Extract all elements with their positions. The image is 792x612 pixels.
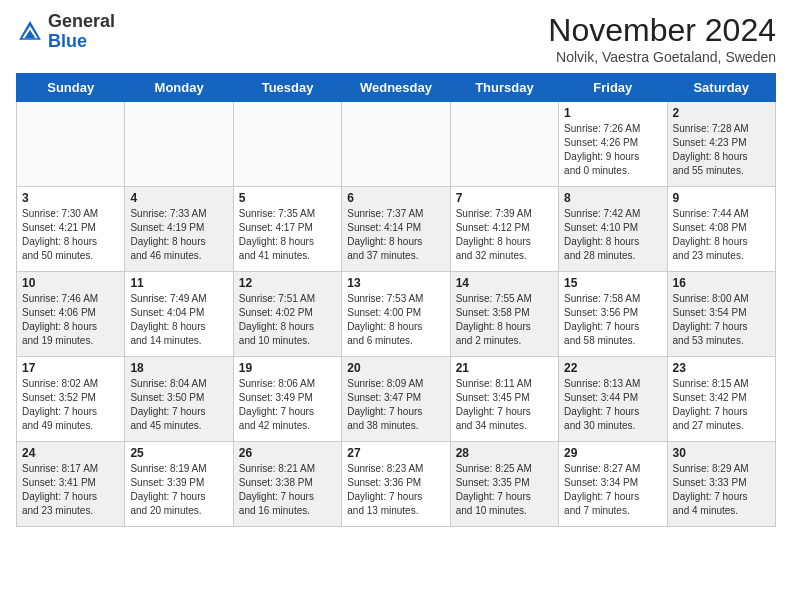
- day-number: 14: [456, 276, 553, 290]
- day-number: 26: [239, 446, 336, 460]
- logo: General Blue: [16, 12, 115, 52]
- calendar-cell: 18Sunrise: 8:04 AM Sunset: 3:50 PM Dayli…: [125, 357, 233, 442]
- location: Nolvik, Vaestra Goetaland, Sweden: [548, 49, 776, 65]
- calendar-cell: 6Sunrise: 7:37 AM Sunset: 4:14 PM Daylig…: [342, 187, 450, 272]
- day-info: Sunrise: 7:51 AM Sunset: 4:02 PM Dayligh…: [239, 292, 336, 348]
- day-number: 28: [456, 446, 553, 460]
- day-number: 10: [22, 276, 119, 290]
- day-info: Sunrise: 7:42 AM Sunset: 4:10 PM Dayligh…: [564, 207, 661, 263]
- day-info: Sunrise: 7:55 AM Sunset: 3:58 PM Dayligh…: [456, 292, 553, 348]
- calendar-cell: 14Sunrise: 7:55 AM Sunset: 3:58 PM Dayli…: [450, 272, 558, 357]
- calendar-cell: 25Sunrise: 8:19 AM Sunset: 3:39 PM Dayli…: [125, 442, 233, 527]
- page: General Blue November 2024 Nolvik, Vaest…: [0, 0, 792, 612]
- calendar-header-wednesday: Wednesday: [342, 74, 450, 102]
- day-number: 20: [347, 361, 444, 375]
- calendar-cell: 30Sunrise: 8:29 AM Sunset: 3:33 PM Dayli…: [667, 442, 775, 527]
- day-number: 15: [564, 276, 661, 290]
- day-info: Sunrise: 7:33 AM Sunset: 4:19 PM Dayligh…: [130, 207, 227, 263]
- calendar-header-thursday: Thursday: [450, 74, 558, 102]
- calendar-header-monday: Monday: [125, 74, 233, 102]
- day-info: Sunrise: 8:00 AM Sunset: 3:54 PM Dayligh…: [673, 292, 770, 348]
- title-block: November 2024 Nolvik, Vaestra Goetaland,…: [548, 12, 776, 65]
- day-info: Sunrise: 8:02 AM Sunset: 3:52 PM Dayligh…: [22, 377, 119, 433]
- logo-text: General Blue: [48, 12, 115, 52]
- day-number: 2: [673, 106, 770, 120]
- day-number: 30: [673, 446, 770, 460]
- calendar-cell: 17Sunrise: 8:02 AM Sunset: 3:52 PM Dayli…: [17, 357, 125, 442]
- calendar-week-0: 1Sunrise: 7:26 AM Sunset: 4:26 PM Daylig…: [17, 102, 776, 187]
- calendar-cell: 1Sunrise: 7:26 AM Sunset: 4:26 PM Daylig…: [559, 102, 667, 187]
- calendar-cell: 24Sunrise: 8:17 AM Sunset: 3:41 PM Dayli…: [17, 442, 125, 527]
- calendar-cell: 11Sunrise: 7:49 AM Sunset: 4:04 PM Dayli…: [125, 272, 233, 357]
- calendar-header-tuesday: Tuesday: [233, 74, 341, 102]
- calendar-cell: 20Sunrise: 8:09 AM Sunset: 3:47 PM Dayli…: [342, 357, 450, 442]
- day-info: Sunrise: 7:46 AM Sunset: 4:06 PM Dayligh…: [22, 292, 119, 348]
- day-number: 22: [564, 361, 661, 375]
- day-info: Sunrise: 8:29 AM Sunset: 3:33 PM Dayligh…: [673, 462, 770, 518]
- header-row: General Blue November 2024 Nolvik, Vaest…: [16, 12, 776, 65]
- day-number: 17: [22, 361, 119, 375]
- day-number: 13: [347, 276, 444, 290]
- calendar-week-1: 3Sunrise: 7:30 AM Sunset: 4:21 PM Daylig…: [17, 187, 776, 272]
- day-number: 27: [347, 446, 444, 460]
- day-info: Sunrise: 7:39 AM Sunset: 4:12 PM Dayligh…: [456, 207, 553, 263]
- day-number: 24: [22, 446, 119, 460]
- calendar-cell: 9Sunrise: 7:44 AM Sunset: 4:08 PM Daylig…: [667, 187, 775, 272]
- calendar-cell: 21Sunrise: 8:11 AM Sunset: 3:45 PM Dayli…: [450, 357, 558, 442]
- day-number: 25: [130, 446, 227, 460]
- day-number: 6: [347, 191, 444, 205]
- calendar-cell: 16Sunrise: 8:00 AM Sunset: 3:54 PM Dayli…: [667, 272, 775, 357]
- calendar-cell: [233, 102, 341, 187]
- logo-general: General: [48, 11, 115, 31]
- calendar-cell: 27Sunrise: 8:23 AM Sunset: 3:36 PM Dayli…: [342, 442, 450, 527]
- day-info: Sunrise: 7:26 AM Sunset: 4:26 PM Dayligh…: [564, 122, 661, 178]
- day-info: Sunrise: 8:06 AM Sunset: 3:49 PM Dayligh…: [239, 377, 336, 433]
- day-info: Sunrise: 7:44 AM Sunset: 4:08 PM Dayligh…: [673, 207, 770, 263]
- calendar-cell: 29Sunrise: 8:27 AM Sunset: 3:34 PM Dayli…: [559, 442, 667, 527]
- day-number: 5: [239, 191, 336, 205]
- calendar-header-friday: Friday: [559, 74, 667, 102]
- day-number: 29: [564, 446, 661, 460]
- day-info: Sunrise: 8:27 AM Sunset: 3:34 PM Dayligh…: [564, 462, 661, 518]
- day-number: 16: [673, 276, 770, 290]
- calendar-week-4: 24Sunrise: 8:17 AM Sunset: 3:41 PM Dayli…: [17, 442, 776, 527]
- day-info: Sunrise: 7:37 AM Sunset: 4:14 PM Dayligh…: [347, 207, 444, 263]
- calendar: SundayMondayTuesdayWednesdayThursdayFrid…: [16, 73, 776, 527]
- day-info: Sunrise: 8:19 AM Sunset: 3:39 PM Dayligh…: [130, 462, 227, 518]
- calendar-cell: 22Sunrise: 8:13 AM Sunset: 3:44 PM Dayli…: [559, 357, 667, 442]
- day-info: Sunrise: 8:15 AM Sunset: 3:42 PM Dayligh…: [673, 377, 770, 433]
- calendar-cell: [342, 102, 450, 187]
- calendar-cell: 10Sunrise: 7:46 AM Sunset: 4:06 PM Dayli…: [17, 272, 125, 357]
- day-number: 3: [22, 191, 119, 205]
- day-info: Sunrise: 7:28 AM Sunset: 4:23 PM Dayligh…: [673, 122, 770, 178]
- calendar-week-3: 17Sunrise: 8:02 AM Sunset: 3:52 PM Dayli…: [17, 357, 776, 442]
- calendar-cell: 15Sunrise: 7:58 AM Sunset: 3:56 PM Dayli…: [559, 272, 667, 357]
- day-info: Sunrise: 8:21 AM Sunset: 3:38 PM Dayligh…: [239, 462, 336, 518]
- day-number: 19: [239, 361, 336, 375]
- day-number: 23: [673, 361, 770, 375]
- calendar-cell: [17, 102, 125, 187]
- day-number: 11: [130, 276, 227, 290]
- day-number: 9: [673, 191, 770, 205]
- calendar-cell: 23Sunrise: 8:15 AM Sunset: 3:42 PM Dayli…: [667, 357, 775, 442]
- calendar-week-2: 10Sunrise: 7:46 AM Sunset: 4:06 PM Dayli…: [17, 272, 776, 357]
- day-number: 21: [456, 361, 553, 375]
- logo-icon: [16, 18, 44, 46]
- day-info: Sunrise: 8:09 AM Sunset: 3:47 PM Dayligh…: [347, 377, 444, 433]
- day-number: 1: [564, 106, 661, 120]
- calendar-cell: 2Sunrise: 7:28 AM Sunset: 4:23 PM Daylig…: [667, 102, 775, 187]
- day-info: Sunrise: 7:53 AM Sunset: 4:00 PM Dayligh…: [347, 292, 444, 348]
- month-year: November 2024: [548, 12, 776, 49]
- day-info: Sunrise: 8:13 AM Sunset: 3:44 PM Dayligh…: [564, 377, 661, 433]
- calendar-cell: 28Sunrise: 8:25 AM Sunset: 3:35 PM Dayli…: [450, 442, 558, 527]
- day-info: Sunrise: 8:25 AM Sunset: 3:35 PM Dayligh…: [456, 462, 553, 518]
- calendar-cell: 3Sunrise: 7:30 AM Sunset: 4:21 PM Daylig…: [17, 187, 125, 272]
- day-number: 7: [456, 191, 553, 205]
- day-info: Sunrise: 8:17 AM Sunset: 3:41 PM Dayligh…: [22, 462, 119, 518]
- calendar-header-row: SundayMondayTuesdayWednesdayThursdayFrid…: [17, 74, 776, 102]
- calendar-cell: 26Sunrise: 8:21 AM Sunset: 3:38 PM Dayli…: [233, 442, 341, 527]
- calendar-cell: 7Sunrise: 7:39 AM Sunset: 4:12 PM Daylig…: [450, 187, 558, 272]
- day-number: 12: [239, 276, 336, 290]
- logo-blue: Blue: [48, 31, 87, 51]
- calendar-cell: 8Sunrise: 7:42 AM Sunset: 4:10 PM Daylig…: [559, 187, 667, 272]
